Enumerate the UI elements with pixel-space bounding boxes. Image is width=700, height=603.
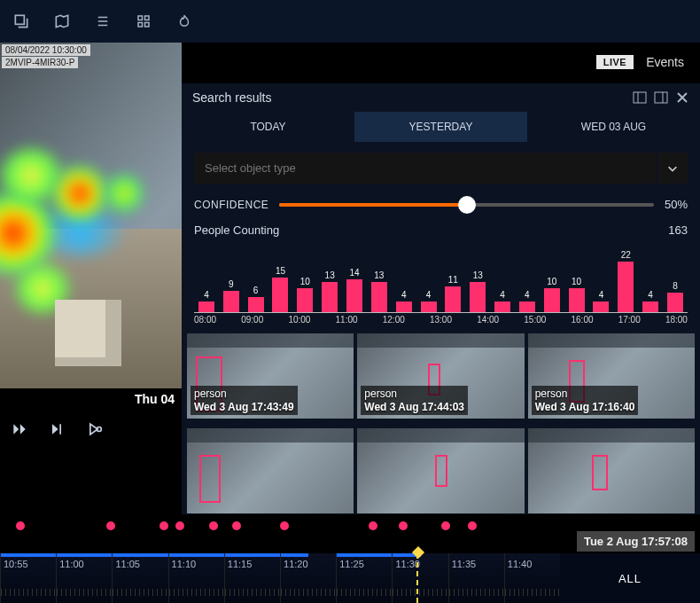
ruler-segment[interactable]: 11:30	[392, 553, 447, 603]
fast-forward-icon[interactable]	[11, 420, 28, 438]
event-dot[interactable]	[175, 521, 184, 530]
result-thumbnail[interactable]: personWed 3 Aug 17:44:03	[357, 333, 524, 419]
histogram-bar[interactable]: 14	[342, 268, 367, 312]
flame-icon[interactable]	[175, 12, 193, 30]
ruler-segment[interactable]: 11:20	[280, 553, 336, 603]
histogram-bar[interactable]: 13	[465, 270, 490, 313]
histogram-bar[interactable]: 4	[490, 290, 515, 312]
event-dot[interactable]	[209, 521, 218, 530]
histogram-bar[interactable]: 22	[613, 250, 638, 312]
result-thumbnail[interactable]	[528, 428, 695, 513]
histogram-bar[interactable]: 13	[367, 270, 392, 313]
histogram-bar[interactable]: 11	[440, 275, 465, 313]
axis-tick: 18:00	[665, 315, 688, 325]
grid-icon[interactable]	[135, 12, 152, 30]
ruler-segment[interactable]: 11:25	[336, 553, 392, 603]
svg-rect-0	[15, 15, 24, 24]
histogram-bar[interactable]: 4	[392, 290, 416, 312]
ruler-segment[interactable]: 11:00	[56, 553, 112, 603]
hover-timestamp: Tue 2 Aug 17:57:08	[577, 531, 695, 552]
detection-box	[592, 455, 608, 490]
camera-view[interactable]: 08/04/2022 10:30:00 2MVIP-4MIR30-P	[0, 43, 182, 388]
axis-tick: 17:00	[618, 315, 641, 325]
layers-icon[interactable]	[12, 12, 30, 30]
live-badge[interactable]: LIVE	[596, 55, 634, 69]
ruler-segment[interactable]: 11:15	[224, 553, 280, 603]
slider-thumb[interactable]	[458, 196, 476, 214]
event-dot[interactable]	[280, 521, 289, 530]
histogram-bar[interactable]: 15	[268, 266, 293, 313]
tab-wed-03-aug[interactable]: WED 03 AUG	[527, 112, 700, 142]
ruler-tick-label: 10:55	[4, 559, 28, 569]
ruler-segment[interactable]: 11:35	[448, 553, 504, 603]
confidence-slider[interactable]	[279, 203, 654, 207]
event-dot[interactable]	[441, 521, 450, 530]
ruler-tick-label: 11:40	[508, 559, 533, 569]
event-dot[interactable]	[16, 521, 25, 530]
axis-tick: 08:00	[194, 315, 216, 325]
result-thumbnail[interactable]: personWed 3 Aug 17:43:49	[187, 333, 354, 419]
tab-yesterday[interactable]: YESTERDAY	[354, 112, 527, 142]
ruler-segment[interactable]: 11:05	[112, 553, 167, 603]
histogram-bar[interactable]: 4	[416, 290, 441, 312]
ruler-tick-label: 11:10	[172, 559, 197, 569]
histogram-bar[interactable]: 4	[515, 290, 540, 312]
chevron-down-icon[interactable]	[657, 153, 688, 184]
histogram-bar[interactable]: 4	[638, 290, 663, 312]
result-thumbnail[interactable]	[187, 428, 354, 513]
tab-events[interactable]: Events	[634, 51, 700, 73]
axis-tick: 11:00	[336, 315, 358, 325]
result-thumbnail[interactable]	[357, 428, 524, 513]
camera-name: 2MVIP-4MIR30-P	[2, 57, 78, 68]
camera-timestamp: 08/04/2022 10:30:00	[2, 44, 90, 56]
layout-split-left-icon[interactable]	[633, 90, 647, 105]
counting-label: People Counting	[194, 223, 279, 237]
axis-tick: 15:00	[524, 315, 546, 325]
timeline: Tue 2 Aug 17:57:08 10:5511:0011:0511:101…	[0, 514, 700, 603]
histogram-bar[interactable]: 10	[564, 277, 589, 312]
object-type-select[interactable]	[194, 153, 656, 184]
confidence-label: CONFIDENCE	[194, 199, 268, 211]
histogram-bar[interactable]: 10	[292, 277, 317, 312]
histogram-bar[interactable]: 10	[540, 277, 564, 312]
list-icon[interactable]	[94, 12, 112, 30]
event-dot[interactable]	[159, 521, 168, 530]
ruler-segment[interactable]: 10:55	[0, 553, 56, 603]
play-circle-icon[interactable]	[85, 420, 103, 438]
day-tabs: TODAY YESTERDAY WED 03 AUG	[182, 112, 700, 142]
ruler-segment[interactable]: 11:40	[504, 553, 560, 603]
result-caption: personWed 3 Aug 17:43:49	[191, 386, 298, 415]
detection-box	[435, 455, 447, 487]
all-button[interactable]: ALL	[560, 553, 700, 603]
skip-next-icon[interactable]	[48, 420, 66, 438]
event-dot[interactable]	[468, 521, 477, 530]
event-dot[interactable]	[399, 521, 408, 530]
map-icon[interactable]	[53, 12, 71, 30]
layout-split-right-icon[interactable]	[654, 90, 668, 105]
axis-tick: 13:00	[430, 315, 452, 325]
time-ruler[interactable]: 10:5511:0011:0511:1011:1511:2011:2511:30…	[0, 553, 560, 603]
svg-point-5	[97, 427, 101, 432]
result-thumbnail[interactable]: personWed 3 Aug 17:16:40	[528, 333, 695, 419]
tab-today[interactable]: TODAY	[182, 112, 354, 142]
ruler-segment[interactable]: 11:10	[168, 553, 224, 603]
event-dot[interactable]	[369, 521, 377, 530]
close-icon[interactable]	[675, 90, 689, 105]
histogram-bar[interactable]: 9	[219, 279, 244, 313]
event-dot[interactable]	[232, 521, 241, 530]
histogram-bar[interactable]: 13	[317, 270, 342, 313]
svg-rect-1	[138, 16, 143, 20]
histogram-bar[interactable]: 8	[663, 281, 688, 312]
result-caption: personWed 3 Aug 17:44:03	[361, 386, 468, 415]
event-dot[interactable]	[106, 521, 115, 530]
date-banner: Thu 04	[0, 388, 182, 411]
search-results-panel: Search results TODAY YESTERDAY WED 03 AU…	[182, 83, 700, 520]
playhead[interactable]	[416, 553, 418, 603]
toolbar	[0, 0, 700, 43]
histogram-bar[interactable]: 6	[244, 286, 268, 312]
histogram-bar[interactable]: 4	[589, 290, 614, 312]
svg-rect-2	[145, 16, 150, 20]
ruler-tick-label: 11:20	[284, 559, 308, 569]
histogram-bar[interactable]: 4	[194, 290, 219, 312]
slider-fill	[279, 203, 466, 207]
